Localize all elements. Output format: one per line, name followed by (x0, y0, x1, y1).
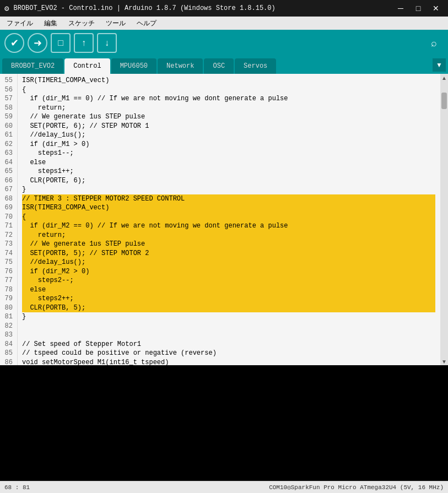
line-number: 64 (2, 158, 13, 167)
line-number: 86 (2, 358, 13, 366)
menu-sketch[interactable]: スケッチ (64, 18, 99, 29)
title-bar-controls: ─ □ ✕ (393, 3, 444, 14)
line-number: 55 (2, 76, 13, 85)
vertical-scrollbar[interactable]: ▲ ▼ (440, 74, 448, 365)
code-line: steps1--; (22, 149, 436, 158)
open-button[interactable]: ↑ (74, 33, 94, 53)
code-line: // TIMER 3 : STEPPER MOTOR2 SPEED CONTRO… (22, 194, 436, 204)
window-title: BROBOT_EVO2 - Control.ino | Arduino 1.8.… (13, 4, 275, 12)
code-line: ISR(TIMER1_COMPA_vect) (22, 76, 436, 85)
line-number: 62 (2, 140, 13, 149)
code-line: steps1++; (22, 167, 436, 176)
toolbar: ✔ ➜ □ ↑ ↓ ⌕ (0, 30, 448, 56)
line-number: 56 (2, 85, 13, 95)
code-line: else (22, 158, 436, 167)
code-line (22, 322, 436, 331)
tab-servos[interactable]: Servos (235, 58, 276, 74)
menu-help[interactable]: ヘルプ (132, 18, 161, 29)
menu-edit[interactable]: 編集 (40, 18, 62, 29)
code-line: steps2++; (22, 294, 436, 304)
title-bar: ⚙ BROBOT_EVO2 - Control.ino | Arduino 1.… (0, 0, 448, 17)
code-line: CLR(PORTB, 5); (22, 304, 436, 313)
status-bar: 68 : 81 COM10◎SparkFun Pro Micro ATmega3… (0, 481, 448, 493)
toolbar-buttons: ✔ ➜ □ ↑ ↓ (4, 33, 117, 53)
line-number: 85 (2, 349, 13, 358)
menu-tools[interactable]: ツール (101, 18, 130, 29)
code-line: //delay_1us(); (22, 258, 436, 267)
line-number: 57 (2, 94, 13, 104)
save-button[interactable]: ↓ (97, 33, 117, 53)
upload-button[interactable]: ➜ (28, 33, 47, 53)
code-line: SET(PORTB, 5); // STEP MOTOR 2 (22, 249, 436, 258)
new-button[interactable]: □ (51, 33, 71, 53)
code-line: //delay_1us(); (22, 131, 436, 140)
line-number: 68 (2, 194, 13, 204)
code-line: // We generate 1us STEP pulse (22, 112, 436, 122)
line-number: 79 (2, 294, 13, 304)
serial-monitor-button[interactable]: ⌕ (424, 33, 444, 53)
line-number: 60 (2, 122, 13, 131)
serial-output-area (0, 365, 448, 481)
line-number: 81 (2, 312, 13, 322)
tab-osc[interactable]: OSC (204, 58, 234, 74)
line-number: 65 (2, 167, 13, 176)
line-number: 77 (2, 276, 13, 285)
code-line: } (22, 312, 436, 322)
maximize-button[interactable]: □ (411, 3, 426, 14)
menu-file[interactable]: ファイル (2, 18, 37, 29)
code-line: { (22, 213, 436, 222)
code-line: if (dir_M1 > 0) (22, 140, 436, 149)
line-number: 66 (2, 176, 13, 186)
scrollbar-thumb[interactable] (441, 93, 447, 109)
code-line: void setMotorSpeed M1(int16_t tspeed) (22, 358, 436, 366)
code-line: return; (22, 231, 436, 240)
scroll-up-button[interactable]: ▲ (440, 74, 448, 82)
tab-control[interactable]: Control (64, 58, 110, 74)
line-number: 83 (2, 331, 13, 340)
cursor-position: 68 : 81 (4, 484, 30, 491)
code-line: else (22, 285, 436, 295)
code-content[interactable]: ISR(TIMER1_COMPA_vect){ if (dir_M1 == 0)… (18, 74, 440, 365)
minimize-button[interactable]: ─ (393, 3, 408, 14)
code-line: if (dir_M2 == 0) // If we are not moving… (22, 221, 436, 231)
line-number: 76 (2, 267, 13, 277)
code-line: if (dir_M1 == 0) // If we are not moving… (22, 94, 436, 104)
code-line: // Set speed of Stepper Motor1 (22, 340, 436, 349)
code-editor: 5556575859606162636465666768697071727374… (0, 74, 448, 365)
line-number: 84 (2, 340, 13, 349)
tab-mpu6050[interactable]: MPU6050 (111, 58, 156, 74)
scroll-down-button[interactable]: ▼ (440, 357, 448, 365)
line-number: 75 (2, 258, 13, 267)
code-line: if (dir_M2 > 0) (22, 267, 436, 277)
line-number: 71 (2, 221, 13, 231)
line-number: 73 (2, 240, 13, 249)
toolbar-right: ⌕ (424, 33, 444, 53)
code-line: } (22, 185, 436, 194)
code-line: ISR(TIMER3_COMPA_vect) (22, 203, 436, 213)
code-line: CLR(PORTE, 6); (22, 176, 436, 186)
line-number: 70 (2, 213, 13, 222)
code-line: { (22, 85, 436, 95)
tab-network[interactable]: Network (158, 58, 203, 74)
line-number: 58 (2, 104, 13, 113)
code-line: steps2--; (22, 276, 436, 285)
title-bar-left: ⚙ BROBOT_EVO2 - Control.ino | Arduino 1.… (4, 4, 276, 13)
app-icon: ⚙ (4, 4, 9, 13)
code-line: // tspeed could be positive or negative … (22, 349, 436, 358)
line-number: 74 (2, 249, 13, 258)
tabs-dropdown-button[interactable]: ▼ (433, 58, 446, 72)
tab-brobot-evo2[interactable]: BROBOT_EVO2 (2, 58, 63, 74)
code-line: return; (22, 104, 436, 113)
code-line: SET(PORTE, 6); // STEP MOTOR 1 (22, 122, 436, 131)
line-number: 61 (2, 131, 13, 140)
close-button[interactable]: ✕ (428, 3, 444, 14)
line-number: 72 (2, 231, 13, 240)
code-line (22, 331, 436, 340)
line-number: 69 (2, 203, 13, 213)
verify-button[interactable]: ✔ (4, 33, 24, 53)
menu-bar: ファイル 編集 スケッチ ツール ヘルプ (0, 17, 448, 30)
line-number: 67 (2, 185, 13, 194)
line-number: 82 (2, 322, 13, 331)
board-info: COM10◎SparkFun Pro Micro ATmega32U4 (5V,… (269, 484, 444, 491)
code-line: // We generate 1us STEP pulse (22, 240, 436, 249)
